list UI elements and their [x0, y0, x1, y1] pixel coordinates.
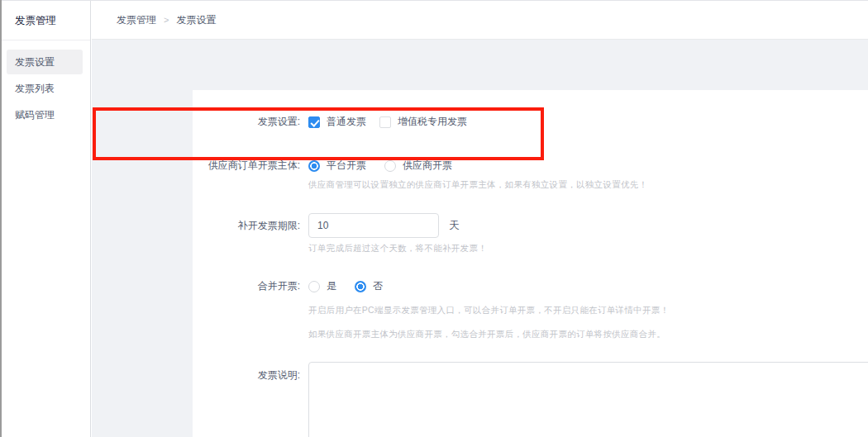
- checkbox-label[interactable]: 普通发票: [327, 115, 366, 129]
- top-bar: 发票管理 > 发票设置: [92, 1, 868, 40]
- reissue-period-row: 补开发票期限: 天: [193, 213, 868, 238]
- radio-option-supplier-invoicing[interactable]: 供应商开票: [384, 159, 452, 173]
- radio-option-platform-invoicing[interactable]: 平台开票: [308, 159, 366, 173]
- sidebar-menu: 发票设置 发票列表 赋码管理: [2, 40, 90, 127]
- breadcrumb-item-invoice-settings: 发票设置: [176, 13, 216, 27]
- sidebar-item-invoice-list[interactable]: 发票列表: [7, 76, 83, 101]
- merge-invoice-help-text-2: 如果供应商开票主体为供应商开票，勾选合并开票后，供应商开票的订单将按供应商合并。: [308, 329, 665, 340]
- invoice-type-row: 发票设置: 普通发票 增值税专用发票: [193, 115, 868, 129]
- merge-invoice-row: 合并开票: 是 否: [193, 279, 868, 293]
- reissue-period-help-text: 订单完成后超过这个天数，将不能补开发票！: [308, 243, 487, 254]
- checkbox-option-ordinary-invoice[interactable]: 普通发票: [308, 115, 366, 129]
- sidebar-title: 发票管理: [2, 1, 90, 40]
- invoice-note-textarea[interactable]: [308, 362, 868, 437]
- supplier-subject-row: 供应商订单开票主体: 平台开票 供应商开票: [193, 159, 868, 173]
- breadcrumb-item-invoice-management[interactable]: 发票管理: [117, 13, 156, 27]
- reissue-period-input[interactable]: [308, 213, 439, 238]
- sidebar: 发票管理 发票设置 发票列表 赋码管理: [2, 1, 91, 437]
- radio-option-no[interactable]: 否: [355, 279, 383, 293]
- app-window: 发票管理 发票设置 发票列表 赋码管理 发票管理 > 发票设置 发票设置: 普通…: [0, 0, 868, 437]
- radio-selected-icon[interactable]: [355, 281, 366, 292]
- sidebar-item-code-management[interactable]: 赋码管理: [7, 102, 83, 127]
- invoice-note-label: 发票说明:: [193, 362, 300, 382]
- radio-label[interactable]: 否: [373, 279, 383, 293]
- reissue-period-unit: 天: [449, 219, 460, 233]
- radio-selected-icon[interactable]: [308, 160, 320, 172]
- merge-invoice-label: 合并开票:: [193, 279, 300, 293]
- radio-unselected-icon[interactable]: [308, 281, 320, 292]
- sidebar-item-invoice-settings[interactable]: 发票设置: [7, 50, 83, 74]
- merge-invoice-help-text-1: 开启后用户在PC端显示发票管理入口，可以合并订单开票，不开启只能在订单详情中开票…: [308, 305, 669, 316]
- radio-option-yes[interactable]: 是: [308, 279, 336, 293]
- checkbox-option-vat-invoice[interactable]: 增值税专用发票: [379, 115, 467, 129]
- settings-card: 发票设置: 普通发票 增值税专用发票 供应商订单开票主体: 平台开票: [193, 90, 868, 437]
- invoice-note-row: 发票说明:: [193, 362, 868, 437]
- reissue-period-label: 补开发票期限:: [193, 219, 300, 233]
- checkbox-checked-icon[interactable]: [308, 116, 320, 128]
- breadcrumb-separator-icon: >: [164, 15, 169, 25]
- radio-label[interactable]: 平台开票: [327, 159, 366, 173]
- supplier-subject-label: 供应商订单开票主体:: [193, 159, 300, 173]
- window-left-edge: [0, 0, 2, 437]
- radio-label[interactable]: 供应商开票: [403, 159, 452, 173]
- radio-unselected-icon[interactable]: [384, 160, 396, 172]
- checkbox-unchecked-icon[interactable]: [379, 116, 391, 128]
- supplier-subject-help-text: 供应商管理可以设置独立的供应商订单开票主体，如果有独立设置，以独立设置优先！: [308, 179, 647, 191]
- invoice-type-label: 发票设置:: [193, 115, 300, 129]
- breadcrumb: 发票管理 > 发票设置: [117, 13, 216, 27]
- radio-label[interactable]: 是: [327, 279, 336, 293]
- content-area: 发票设置: 普通发票 增值税专用发票 供应商订单开票主体: 平台开票: [92, 40, 868, 437]
- checkbox-label[interactable]: 增值税专用发票: [398, 115, 467, 129]
